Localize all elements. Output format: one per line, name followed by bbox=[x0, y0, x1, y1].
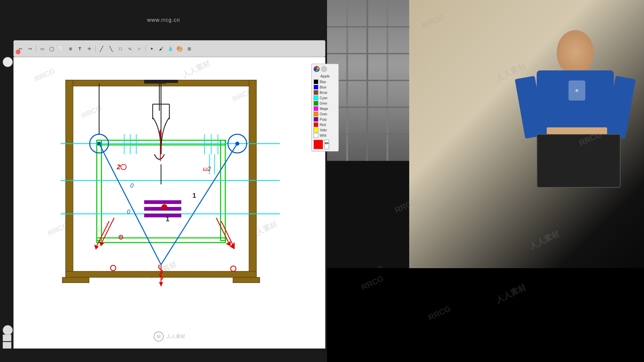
yellow-label: Yello bbox=[320, 128, 327, 132]
svg-text:1: 1 bbox=[166, 215, 169, 223]
video-area: ⊕ RRCG 人人素材 RRCG 人人素材 RRCG RRCG RRCG 人人素… bbox=[327, 0, 644, 362]
svg-text:1: 1 bbox=[193, 192, 196, 199]
color-magenta[interactable]: Mage bbox=[314, 106, 336, 111]
text-tool[interactable]: T bbox=[76, 45, 84, 53]
scaffold-svg bbox=[327, 0, 411, 161]
color-white[interactable]: Whit bbox=[314, 133, 336, 138]
yellow-swatch[interactable] bbox=[314, 128, 318, 132]
svg-line-29 bbox=[99, 143, 161, 264]
color-brown[interactable]: Brow bbox=[314, 90, 336, 95]
black-label: Blac bbox=[320, 80, 326, 84]
red-swatch[interactable] bbox=[314, 122, 318, 127]
separator-2 bbox=[95, 45, 96, 52]
zoom-indicator bbox=[3, 57, 13, 67]
svg-rect-7 bbox=[97, 140, 101, 240]
color-cyan[interactable]: Cyan bbox=[314, 96, 336, 100]
white-label: Whit bbox=[320, 134, 326, 137]
color-black[interactable]: Blac bbox=[314, 79, 336, 84]
magenta-label: Mage bbox=[320, 107, 328, 111]
cyan-label: Cyan bbox=[320, 96, 327, 100]
select-rect-tool[interactable]: ▭ bbox=[38, 45, 46, 53]
redo-button[interactable]: ↪ bbox=[26, 45, 34, 53]
svg-point-53 bbox=[231, 266, 236, 272]
eye-dropper-tool[interactable]: 💧 bbox=[166, 45, 174, 53]
white-swatch[interactable] bbox=[314, 133, 318, 138]
bottom-watermark: M 人人素材 bbox=[154, 331, 185, 342]
svg-text:2: 2 bbox=[116, 163, 120, 171]
toolbar: ↩ ↪ ▭ ◯ ⬜ ⊕ T ✛ ╱ ╲ □ ∿ ○ ✦ 🖌 💧 🎨 ⊞ bbox=[13, 40, 325, 57]
pencil-tool[interactable]: ╲ bbox=[107, 45, 115, 53]
color-yellow[interactable]: Yello bbox=[314, 128, 336, 132]
bottom-tools bbox=[3, 335, 11, 349]
sliders-tab[interactable] bbox=[321, 66, 327, 72]
drawing-svg: 2 0 0 ω2 1 1 bbox=[14, 57, 325, 348]
color-panel-header bbox=[314, 66, 336, 72]
orange-swatch[interactable] bbox=[314, 112, 318, 116]
selected-color-area: ✏ bbox=[314, 140, 336, 149]
svg-line-30 bbox=[161, 143, 237, 264]
transform-tool[interactable]: ⬜ bbox=[57, 45, 65, 53]
brush-tool[interactable]: 🖌 bbox=[157, 45, 165, 53]
svg-line-42 bbox=[101, 218, 114, 245]
color-red[interactable]: Red bbox=[314, 122, 336, 127]
svg-marker-51 bbox=[159, 282, 163, 287]
svg-rect-6 bbox=[144, 80, 178, 83]
blue-swatch[interactable] bbox=[314, 85, 318, 89]
svg-rect-1 bbox=[66, 80, 73, 278]
tool-circle bbox=[3, 325, 13, 335]
green-label: Gree bbox=[320, 102, 327, 105]
green-swatch[interactable] bbox=[314, 101, 318, 106]
orange-label: Oran bbox=[320, 112, 327, 116]
rrc-bottom-1: RRCG bbox=[360, 274, 385, 292]
apple-label: Apple bbox=[314, 74, 336, 78]
machinery-left bbox=[327, 0, 411, 161]
svg-rect-5 bbox=[233, 277, 260, 283]
rect-draw-tool[interactable]: □ bbox=[116, 45, 124, 53]
color-wheel-button[interactable]: 🎨 bbox=[176, 45, 184, 53]
color-green[interactable]: Gree bbox=[314, 101, 336, 106]
wave-tool[interactable]: ∿ bbox=[126, 45, 134, 53]
color-purple[interactable]: Purp bbox=[314, 117, 336, 122]
black-swatch[interactable] bbox=[314, 79, 318, 84]
svg-rect-40 bbox=[144, 214, 181, 217]
svg-marker-45 bbox=[94, 245, 99, 250]
pencil-icon: ✏ bbox=[324, 140, 329, 149]
bottom-black: RRCG 人人素材 RRCG bbox=[327, 268, 644, 362]
rrc-bottom-2: 人人素材 bbox=[494, 282, 528, 305]
selected-color-swatch[interactable] bbox=[314, 140, 323, 149]
svg-text:0: 0 bbox=[130, 182, 133, 189]
cyan-swatch[interactable] bbox=[314, 96, 318, 100]
red-label: Red bbox=[320, 123, 326, 127]
color-panel[interactable]: Apple Blac Blue Brow Cyan Gree Mage Oran… bbox=[311, 64, 339, 152]
ellipse-tool[interactable]: ○ bbox=[135, 45, 143, 53]
person-silhouette bbox=[473, 27, 634, 228]
grid-palette-button[interactable]: ⊞ bbox=[185, 45, 193, 53]
move-tool[interactable]: ✛ bbox=[85, 45, 93, 53]
zoom-tool[interactable]: ⊕ bbox=[66, 45, 74, 53]
svg-point-52 bbox=[110, 265, 116, 271]
svg-text:ω2: ω2 bbox=[203, 166, 211, 172]
separator-3 bbox=[145, 45, 146, 52]
drawing-canvas[interactable]: RRCG 人人素材 RRCG RRCG 人人素材 RRCG 人人素材 bbox=[13, 57, 325, 349]
color-blue[interactable]: Blue bbox=[314, 85, 336, 89]
svg-rect-2 bbox=[249, 80, 256, 278]
color-wheel-tab[interactable] bbox=[314, 66, 320, 72]
brown-label: Brow bbox=[320, 91, 327, 95]
stamp-tool[interactable]: ✦ bbox=[148, 45, 156, 53]
color-orange[interactable]: Oran bbox=[314, 112, 336, 116]
svg-rect-38 bbox=[144, 200, 181, 204]
purple-swatch[interactable] bbox=[314, 117, 318, 122]
magenta-swatch[interactable] bbox=[314, 106, 318, 111]
svg-text:0: 0 bbox=[127, 208, 130, 215]
line-tool[interactable]: ╱ bbox=[98, 45, 106, 53]
rrc-bottom-3: RRCG bbox=[427, 304, 452, 322]
shirt-logo: ⊕ bbox=[569, 80, 585, 101]
close-button[interactable] bbox=[16, 50, 20, 54]
lasso-tool[interactable]: ◯ bbox=[48, 45, 56, 53]
svg-point-62 bbox=[119, 236, 122, 239]
brown-swatch[interactable] bbox=[314, 90, 318, 95]
purple-label: Purp bbox=[320, 118, 327, 121]
blue-label: Blue bbox=[320, 85, 326, 89]
svg-rect-4 bbox=[62, 277, 89, 283]
svg-point-41 bbox=[162, 204, 167, 210]
